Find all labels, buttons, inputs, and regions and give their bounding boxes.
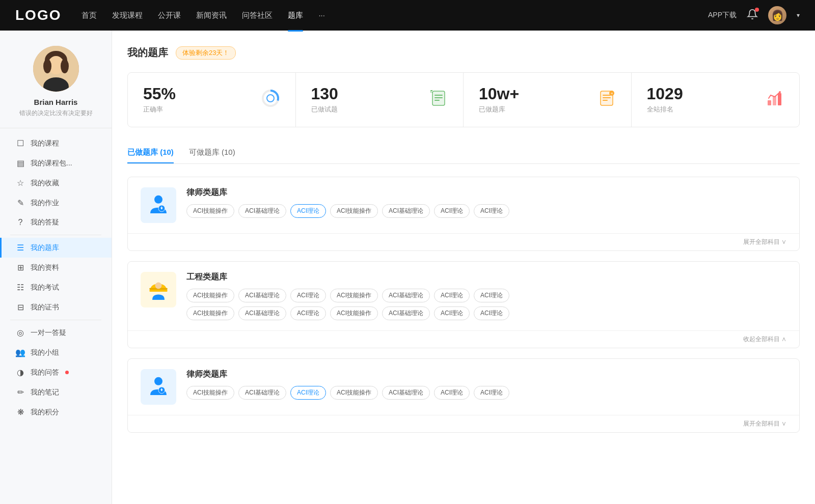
qbank-tag-2b-3[interactable]: ACI技能操作 <box>330 306 378 320</box>
qbank-expand-3[interactable]: 展开全部科目 ∨ <box>128 415 799 432</box>
qbank-tag-2b-0[interactable]: ACI技能操作 <box>186 306 234 320</box>
sidebar-profile: Brian Harris 错误的决定比没有决定要好 <box>0 46 112 128</box>
stat-site-rank-value: 1029 <box>647 86 758 102</box>
svg-point-25 <box>779 91 781 93</box>
sidebar-avatar[interactable] <box>33 46 79 92</box>
sidebar-divider-2 <box>10 320 101 320</box>
qbank-icon-wrap-lawyer-1 <box>141 187 176 223</box>
qbank-card-inner-2: 工程类题库 ACI技能操作 ACI基础理论 ACI理论 ACI技能操作 ACI基… <box>128 262 799 330</box>
one-on-one-icon: ◎ <box>15 328 25 338</box>
qbank-tag-3-2[interactable]: ACI理论 <box>290 386 326 400</box>
tab-done-banks[interactable]: 已做题库 (10) <box>127 143 174 163</box>
stat-accuracy: 55% 正确率 <box>128 73 296 127</box>
user-menu-chevron[interactable]: ▾ <box>797 12 800 19</box>
qbank-card-lawyer-2: 律师类题库 ACI技能操作 ACI基础理论 ACI理论 ACI技能操作 ACI基… <box>127 358 800 433</box>
qbank-icon: ☰ <box>15 243 25 253</box>
stat-done-banks-label: 已做题库 <box>479 105 590 114</box>
svg-rect-19 <box>603 100 608 101</box>
done-banks-icon: ≡ <box>597 89 616 111</box>
sidebar-item-materials[interactable]: ⊞ 我的资料 <box>0 258 112 277</box>
svg-rect-13 <box>434 100 440 101</box>
sidebar-item-exams-label: 我的考试 <box>31 283 59 292</box>
tab-available-banks[interactable]: 可做题库 (10) <box>189 143 235 163</box>
nav-home[interactable]: 首页 <box>82 9 97 22</box>
stat-accuracy-block: 55% 正确率 <box>143 86 253 114</box>
sidebar-item-homework[interactable]: ✎ 我的作业 <box>0 193 112 213</box>
qbank-tag-2-1[interactable]: ACI基础理论 <box>238 289 286 302</box>
qbank-tag-3-3[interactable]: ACI技能操作 <box>330 386 378 400</box>
sidebar-item-qbank-label: 我的题库 <box>31 243 59 253</box>
lawyer-icon-1 <box>146 193 171 217</box>
qbank-tag-1-6[interactable]: ACI理论 <box>474 204 509 218</box>
sidebar-item-favorites[interactable]: ☆ 我的收藏 <box>0 173 112 193</box>
accuracy-chart-icon <box>261 89 280 111</box>
sidebar-item-exams[interactable]: ☷ 我的考试 <box>0 277 112 297</box>
qbank-tag-3-1[interactable]: ACI基础理论 <box>238 386 286 400</box>
sidebar-item-my-courses[interactable]: ☐ 我的课程 <box>0 133 112 153</box>
nav-discover[interactable]: 发现课程 <box>112 9 143 22</box>
qbank-tag-1-1[interactable]: ACI基础理论 <box>238 204 286 218</box>
sidebar-item-one-on-one[interactable]: ◎ 一对一答疑 <box>0 323 112 343</box>
qbank-tag-1-2[interactable]: ACI理论 <box>290 204 326 218</box>
qbank-tag-3-0[interactable]: ACI技能操作 <box>186 386 234 400</box>
qbank-tag-2-3[interactable]: ACI技能操作 <box>330 289 378 302</box>
nav-qa[interactable]: 问答社区 <box>242 9 273 22</box>
sidebar-item-groups[interactable]: 👥 我的小组 <box>0 343 112 362</box>
nav-more[interactable]: ··· <box>318 9 325 22</box>
svg-rect-17 <box>603 95 611 96</box>
qbank-tag-1-4[interactable]: ACI基础理论 <box>382 204 430 218</box>
qbank-expand-1[interactable]: 展开全部科目 ∨ <box>128 233 799 250</box>
qbank-tag-2-2[interactable]: ACI理论 <box>290 289 326 302</box>
sidebar-item-course-packages[interactable]: ▤ 我的课程包... <box>0 153 112 173</box>
notification-bell[interactable] <box>747 9 758 22</box>
groups-icon: 👥 <box>15 348 25 357</box>
stat-done-banks: 10w+ 已做题库 ≡ <box>464 73 632 127</box>
sidebar-item-certs[interactable]: ⊟ 我的证书 <box>0 297 112 317</box>
stat-done-questions-label: 已做试题 <box>311 105 422 114</box>
page-title: 我的题库 <box>127 46 168 60</box>
qbank-tag-2b-1[interactable]: ACI基础理论 <box>238 306 286 320</box>
svg-rect-22 <box>768 100 771 105</box>
sidebar-item-course-packages-label: 我的课程包... <box>31 159 72 168</box>
qbank-content-2: 工程类题库 ACI技能操作 ACI基础理论 ACI理论 ACI技能操作 ACI基… <box>186 272 786 320</box>
sidebar-item-questions[interactable]: ? 我的答疑 <box>0 213 112 232</box>
sidebar-item-my-qa[interactable]: ◑ 我的问答 <box>0 362 112 382</box>
exams-icon: ☷ <box>15 283 25 292</box>
qbank-tag-2b-2[interactable]: ACI理论 <box>290 306 326 320</box>
qbank-tag-3-5[interactable]: ACI理论 <box>434 386 470 400</box>
qbank-tag-1-3[interactable]: ACI技能操作 <box>330 204 378 218</box>
stat-accuracy-value: 55% <box>143 86 253 102</box>
sidebar-item-questions-label: 我的答疑 <box>31 218 59 227</box>
navbar-nav: 首页 发现课程 公开课 新闻资讯 问答社区 题库 ··· <box>82 9 708 22</box>
sidebar-item-points[interactable]: ❋ 我的积分 <box>0 402 112 422</box>
qbank-tag-2-6[interactable]: ACI理论 <box>474 289 509 302</box>
sidebar-item-notes[interactable]: ✏ 我的笔记 <box>0 382 112 402</box>
nav-news[interactable]: 新闻资讯 <box>196 9 227 22</box>
sidebar-item-favorites-label: 我的收藏 <box>31 179 59 188</box>
sidebar-item-qbank[interactable]: ☰ 我的题库 <box>0 238 112 258</box>
qbank-tag-3-6[interactable]: ACI理论 <box>474 386 509 400</box>
qbank-expand-2[interactable]: 收起全部科目 ∧ <box>128 330 799 348</box>
sidebar-item-notes-label: 我的笔记 <box>31 388 59 397</box>
sidebar-menu: ☐ 我的课程 ▤ 我的课程包... ☆ 我的收藏 ✎ 我的作业 ? 我的答疑 ☰ <box>0 128 112 427</box>
svg-text:≡: ≡ <box>610 92 612 95</box>
qbank-tag-1-0[interactable]: ACI技能操作 <box>186 204 234 218</box>
my-courses-icon: ☐ <box>15 138 25 148</box>
qbank-tag-2-0[interactable]: ACI技能操作 <box>186 289 234 302</box>
qbank-tag-3-4[interactable]: ACI基础理论 <box>382 386 430 400</box>
stat-done-questions-value: 130 <box>311 86 422 102</box>
qbank-tag-2-4[interactable]: ACI基础理论 <box>382 289 430 302</box>
nav-mooc[interactable]: 公开课 <box>158 9 181 22</box>
stat-done-questions: 130 已做试题 <box>296 73 464 127</box>
user-avatar[interactable]: 👩 <box>768 6 786 24</box>
qbank-tag-2b-6[interactable]: ACI理论 <box>474 306 509 320</box>
qbank-tag-1-5[interactable]: ACI理论 <box>434 204 470 218</box>
sidebar-motto: 错误的决定比没有决定要好 <box>19 109 93 118</box>
qbank-tag-2b-4[interactable]: ACI基础理论 <box>382 306 430 320</box>
qbank-card-inner-3: 律师类题库 ACI技能操作 ACI基础理论 ACI理论 ACI技能操作 ACI基… <box>128 359 799 415</box>
qa-red-dot <box>65 371 69 374</box>
app-download-link[interactable]: APP下载 <box>708 11 737 20</box>
nav-qbank[interactable]: 题库 <box>288 9 303 22</box>
qbank-tag-2b-5[interactable]: ACI理论 <box>434 306 470 320</box>
qbank-tag-2-5[interactable]: ACI理论 <box>434 289 470 302</box>
